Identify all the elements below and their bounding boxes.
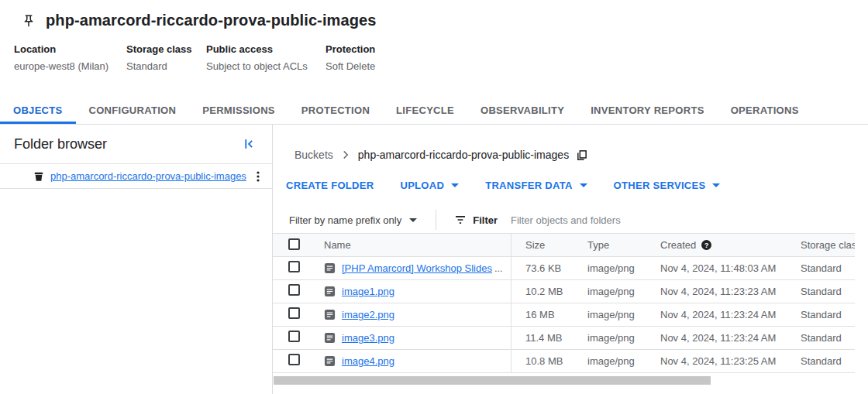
object-link[interactable]: image3.png <box>342 332 394 344</box>
tab-operations[interactable]: OPERATIONS <box>718 97 812 124</box>
folder-browser-bucket-link[interactable]: php-amarcord-riccardo-prova-public-image… <box>50 170 246 182</box>
info-value: europe-west8 (Milan) <box>14 60 126 72</box>
table-row: image4.png 10.8 MB image/png Nov 4, 2024… <box>273 350 855 373</box>
object-size: 11.4 MB <box>512 332 574 344</box>
bucket-icon <box>33 170 45 183</box>
folder-browser-title: Folder browser <box>14 136 107 152</box>
table-row: image3.png 11.4 MB image/png Nov 4, 2024… <box>273 327 855 350</box>
object-storage-class: Standard <box>787 332 855 344</box>
bucket-info-row: Location europe-west8 (Milan) Storage cl… <box>14 43 868 72</box>
object-storage-class: Standard <box>787 262 855 274</box>
row-checkbox[interactable] <box>288 307 300 319</box>
object-created: Nov 4, 2024, 11:23:23 AM <box>646 286 787 297</box>
object-link[interactable]: image2.png <box>342 309 394 320</box>
tab-inventory-reports[interactable]: INVENTORY REPORTS <box>577 97 717 124</box>
object-size: 16 MB <box>512 309 574 320</box>
column-header-created[interactable]: Created <box>646 239 787 251</box>
title-row: php-amarcord-riccardo-prova-public-image… <box>14 12 868 29</box>
page-title: php-amarcord-riccardo-prova-public-image… <box>46 12 376 29</box>
column-header-size[interactable]: Size <box>512 239 574 251</box>
content-area: Folder browser php-amarcord-riccardo-pro… <box>0 125 868 394</box>
collapse-panel-icon[interactable] <box>241 136 257 152</box>
pin-icon[interactable] <box>22 14 36 28</box>
copy-icon[interactable] <box>576 149 587 161</box>
filter-objects-input[interactable] <box>511 214 743 226</box>
folder-browser-header: Folder browser <box>0 125 272 163</box>
kebab-menu-icon[interactable] <box>252 170 264 183</box>
info-value: Subject to object ACLs <box>206 60 326 72</box>
file-icon <box>324 262 336 274</box>
row-checkbox[interactable] <box>288 354 300 365</box>
object-link[interactable]: image1.png <box>342 286 394 297</box>
info-value: Soft Delete <box>326 60 375 72</box>
column-header-storage-class[interactable]: Storage class <box>787 239 855 251</box>
select-all-checkbox[interactable] <box>288 238 300 250</box>
object-size: 10.2 MB <box>512 286 574 297</box>
object-created: Nov 4, 2024, 11:23:25 AM <box>646 355 787 367</box>
object-link[interactable]: image4.png <box>342 355 394 367</box>
object-created: Nov 4, 2024, 11:48:03 AM <box>646 262 787 274</box>
filter-bar: Filter by name prefix only Filter <box>273 207 868 233</box>
dropdown-arrow-icon <box>712 183 720 187</box>
column-header-type[interactable]: Type <box>574 239 646 251</box>
create-folder-label: CREATE FOLDER <box>286 180 374 191</box>
object-type: image/png <box>574 286 646 297</box>
tab-permissions[interactable]: PERMISSIONS <box>189 97 288 124</box>
divider <box>436 210 436 230</box>
info-value: Standard <box>126 60 206 72</box>
object-size: 10.8 MB <box>512 355 574 367</box>
filter-scope-label: Filter by name prefix only <box>289 214 401 226</box>
created-label: Created <box>660 239 696 251</box>
table-row: image1.png 10.2 MB image/png Nov 4, 2024… <box>273 280 855 303</box>
row-checkbox[interactable] <box>288 284 300 296</box>
object-link[interactable]: [PHP Amarcord] Workshop Slides <box>342 262 492 274</box>
info-label: Public access <box>206 43 326 55</box>
upload-button[interactable]: UPLOAD <box>387 176 472 194</box>
file-icon <box>324 286 336 297</box>
table-row: image2.png 16 MB image/png Nov 4, 2024, … <box>273 303 855 327</box>
breadcrumb: Buckets php-amarcord-riccardo-prova-publ… <box>294 146 868 163</box>
bucket-header: php-amarcord-riccardo-prova-public-image… <box>0 0 868 97</box>
truncation-ellipsis: ... <box>494 262 503 274</box>
breadcrumb-current-bucket: php-amarcord-riccardo-prova-public-image… <box>358 149 569 161</box>
file-icon <box>324 355 336 367</box>
object-size: 73.6 KB <box>512 262 574 274</box>
tab-protection[interactable]: PROTECTION <box>288 97 383 124</box>
object-storage-class: Standard <box>787 309 855 320</box>
other-services-button[interactable]: OTHER SERVICES <box>601 176 734 194</box>
objects-toolbar: CREATE FOLDER UPLOAD TRANSFER DATA OTHER… <box>273 176 868 194</box>
tab-objects[interactable]: OBJECTS <box>0 97 76 124</box>
objects-table: Name Size Type Created Storage class [PH… <box>273 233 855 373</box>
help-icon[interactable] <box>701 240 711 250</box>
tab-lifecycle[interactable]: LIFECYCLE <box>383 97 467 124</box>
transfer-data-button[interactable]: TRANSFER DATA <box>472 176 600 194</box>
transfer-data-label: TRANSFER DATA <box>485 180 572 191</box>
filter-label: Filter <box>473 214 498 226</box>
tab-observability[interactable]: OBSERVABILITY <box>467 97 577 124</box>
filter-scope-dropdown[interactable]: Filter by name prefix only <box>289 214 417 226</box>
scrollbar-thumb[interactable] <box>274 376 711 385</box>
folder-browser-bucket-row[interactable]: php-amarcord-riccardo-prova-public-image… <box>0 163 272 189</box>
info-label: Location <box>14 43 126 55</box>
info-location: Location europe-west8 (Milan) <box>14 43 126 72</box>
row-checkbox[interactable] <box>288 331 300 342</box>
row-checkbox[interactable] <box>288 261 300 272</box>
file-icon <box>324 309 336 320</box>
info-protection: Protection Soft Delete <box>326 43 375 72</box>
breadcrumb-buckets-link[interactable]: Buckets <box>294 149 333 161</box>
create-folder-button[interactable]: CREATE FOLDER <box>273 176 387 194</box>
object-type: image/png <box>574 355 646 367</box>
dropdown-arrow-icon <box>451 183 459 187</box>
file-icon <box>324 332 336 344</box>
tab-bar: OBJECTS CONFIGURATION PERMISSIONS PROTEC… <box>0 97 868 125</box>
tab-configuration[interactable]: CONFIGURATION <box>76 97 190 124</box>
upload-label: UPLOAD <box>400 180 444 191</box>
column-header-name[interactable]: Name <box>313 234 512 256</box>
info-storage-class: Storage class Standard <box>126 43 206 72</box>
gcs-bucket-details-page: php-amarcord-riccardo-prova-public-image… <box>0 0 868 394</box>
info-label: Protection <box>326 43 375 55</box>
dropdown-arrow-icon <box>580 183 587 187</box>
info-public-access: Public access Subject to object ACLs <box>206 43 326 72</box>
object-storage-class: Standard <box>787 355 855 367</box>
other-services-label: OTHER SERVICES <box>614 180 706 191</box>
